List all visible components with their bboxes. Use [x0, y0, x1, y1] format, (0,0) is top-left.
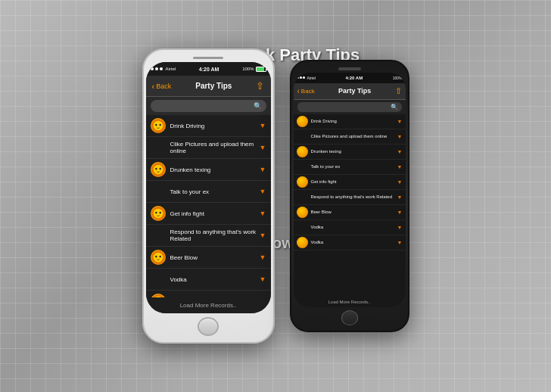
list-item[interactable]: Vodka ▼ — [294, 235, 406, 250]
chevron-right-icon: ▼ — [260, 210, 266, 217]
list-item[interactable]: Drink Driving ▼ — [294, 114, 406, 129]
load-more-button[interactable]: Load More Records.. — [146, 297, 271, 313]
black-phone-screen: Airtel 4:20 AM 100% ‹ Back Party Tips ⇧ — [294, 73, 406, 308]
black-nav-title: Party Tips — [338, 87, 371, 95]
signal-dot — [303, 76, 305, 79]
black-list: Drink Driving ▼ Clike Pictures and uploa… — [294, 114, 406, 297]
white-phone-speaker — [193, 57, 223, 59]
back-label: Back — [301, 88, 315, 95]
signal-dot-2 — [155, 67, 158, 70]
svg-point-15 — [159, 256, 161, 258]
list-item[interactable]: Beer Blow ▼ — [146, 247, 271, 269]
white-nav-bar: ‹ Back Party Tips ⇧ — [146, 76, 271, 97]
black-search-input[interactable]: 🔍 — [297, 102, 402, 112]
white-list: Drink Driving ▼ Clike Pictures and uploa… — [146, 115, 271, 297]
avatar — [151, 250, 166, 265]
item-text: Drunken texing — [311, 149, 397, 154]
list-item[interactable]: Respond to anything that's work Related … — [146, 225, 271, 247]
battery-label: 100% — [393, 76, 403, 80]
svg-point-13 — [153, 253, 163, 263]
list-item[interactable]: Clike Pictures and upload them online ▼ — [146, 137, 271, 159]
time-label: 4:20 AM — [345, 76, 363, 80]
black-phone: Airtel 4:20 AM 100% ‹ Back Party Tips ⇧ — [290, 60, 409, 332]
svg-point-10 — [154, 212, 157, 214]
carrier-label: Airtel — [166, 67, 176, 71]
item-text: Vodka — [311, 225, 397, 229]
back-button[interactable]: ‹ Back — [152, 82, 172, 91]
list-item[interactable]: Talk to your ex ▼ — [146, 181, 271, 203]
chevron-right-icon: ▼ — [397, 194, 403, 200]
list-item[interactable]: Clike Pictures and upload them online ▼ — [294, 129, 406, 145]
battery-icon — [256, 67, 266, 72]
avatar — [151, 162, 166, 177]
list-item[interactable]: Vodka ▼ — [146, 291, 271, 297]
black-nav-bar: ‹ Back Party Tips ⇧ — [294, 83, 406, 100]
back-arrow-icon: ‹ — [152, 82, 155, 91]
item-text: Vodka — [311, 240, 397, 244]
white-phone: Airtel 4:20 AM 100% ‹ Back — [142, 48, 275, 344]
black-home-button[interactable] — [341, 310, 358, 325]
list-item[interactable]: Respond to anything that's work Related … — [294, 190, 406, 205]
signal-dot-1 — [151, 67, 154, 70]
avatar — [297, 237, 308, 248]
svg-point-6 — [154, 168, 157, 170]
share-icon[interactable]: ⇧ — [256, 80, 264, 92]
white-phone-screen: Airtel 4:20 AM 100% ‹ Back — [146, 62, 271, 313]
black-status-bar: Airtel 4:20 AM 100% — [294, 73, 406, 83]
list-item[interactable]: Vodka ▼ — [294, 220, 406, 235]
avatar — [297, 146, 308, 157]
svg-point-5 — [153, 165, 163, 175]
back-label: Back — [156, 82, 171, 90]
list-item[interactable]: Drunken texing ▼ — [294, 145, 406, 160]
item-text: Vodka — [170, 276, 257, 284]
chevron-right-icon: ▼ — [397, 210, 403, 215]
chevron-right-icon: ▼ — [397, 164, 403, 170]
avatar — [297, 176, 308, 188]
nav-title: Party Tips — [195, 82, 232, 90]
search-bar: 🔍 — [146, 97, 271, 115]
chevron-right-icon: ▼ — [397, 240, 403, 245]
list-item[interactable]: Drunken texing ▼ — [146, 159, 271, 181]
item-text: Get info fight — [170, 210, 257, 218]
list-item[interactable]: Drink Driving ▼ — [146, 115, 271, 137]
search-icon: 🔍 — [254, 102, 262, 110]
signal-dot — [297, 76, 299, 79]
item-text: Clike Pictures and upload them online — [170, 141, 257, 155]
battery-label: 100% — [242, 67, 254, 71]
white-home-button[interactable] — [198, 317, 219, 336]
black-share-icon[interactable]: ⇧ — [395, 86, 402, 96]
avatar — [151, 228, 166, 243]
list-item[interactable]: Get info fight ▼ — [146, 203, 271, 225]
svg-point-3 — [159, 124, 161, 126]
list-item[interactable]: Vodka ▼ — [146, 269, 271, 291]
item-text: Respond to anything that's work Related — [311, 194, 397, 199]
chevron-right-icon: ▼ — [397, 119, 403, 124]
item-text: Respond to anything that's work Related — [170, 229, 257, 243]
chevron-right-icon: ▼ — [260, 275, 266, 283]
item-text: Talk to your ex — [170, 188, 257, 196]
chevron-right-icon: ▼ — [260, 254, 266, 261]
page-background: 40 AI Back Party Tips Blow Airtel 4: — [0, 0, 551, 392]
chevron-right-icon: ▼ — [397, 134, 403, 139]
chevron-right-icon: ▼ — [397, 149, 403, 154]
avatar — [297, 207, 308, 218]
item-text: Talk to your ex — [311, 164, 397, 169]
black-load-more-button[interactable]: Load More Records.. — [294, 297, 406, 307]
avatar — [151, 118, 166, 133]
avatar — [151, 272, 166, 287]
time-label: 4:20 AM — [199, 67, 219, 72]
list-item[interactable]: Beer Blow ▼ — [294, 205, 406, 220]
list-item[interactable]: Get info fight ▼ — [294, 175, 406, 190]
item-text: Get info fight — [311, 179, 397, 184]
chevron-right-icon: ▼ — [260, 188, 266, 195]
black-search-bar: 🔍 — [294, 100, 406, 114]
search-input[interactable]: 🔍 — [151, 100, 266, 112]
black-back-button[interactable]: ‹ Back — [297, 87, 315, 95]
item-text: Drunken texing — [170, 166, 257, 174]
signal-dot-3 — [160, 67, 163, 70]
item-text: Beer Blow — [311, 210, 397, 214]
list-item[interactable]: Talk to your ex ▼ — [294, 160, 406, 175]
item-text: Drink Driving — [170, 123, 257, 130]
black-search-icon: 🔍 — [391, 104, 398, 110]
avatar — [151, 294, 166, 297]
